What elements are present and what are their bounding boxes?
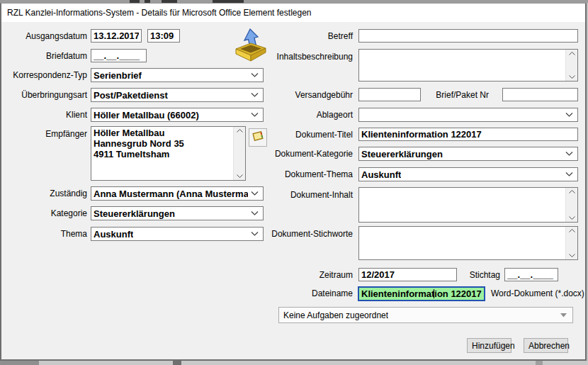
scroll-up-icon[interactable]	[566, 190, 577, 193]
dokument-stichworte-textarea[interactable]	[358, 226, 578, 260]
ausgangsdatum-date-input[interactable]	[91, 29, 142, 43]
stichtag-label: Stichtag	[438, 270, 500, 280]
dokument-thema-value: Auskunft	[361, 169, 401, 180]
chevron-down-icon	[251, 113, 259, 117]
kategorie-value: Steuererklärungen	[94, 208, 175, 219]
chevron-down-icon	[251, 93, 259, 97]
scroll-up-icon[interactable]	[566, 229, 577, 232]
dokument-kategorie-label: Dokument-Kategorie	[268, 149, 353, 159]
dokument-kategorie-value: Steuererklärungen	[361, 149, 443, 159]
scroll-up-icon[interactable]	[234, 129, 245, 133]
kategorie-label: Kategorie	[6, 208, 87, 218]
dokument-inhalt-textarea[interactable]	[358, 187, 578, 223]
dokument-inhalt-value	[361, 189, 564, 221]
korrespondenz-typ-label: Korrespondenz-Typ	[6, 70, 87, 80]
dokument-stichworte-label: Dokument-Stichworte	[268, 229, 353, 239]
ausgangsdatum-label: Ausgangsdatum	[6, 31, 87, 41]
address-book-button[interactable]	[249, 128, 267, 147]
empfaenger-textarea[interactable]: Höller Metallbau Hannesgrub Nord 35 4911…	[91, 126, 246, 181]
versandgebuehr-label: Versandgebühr	[268, 90, 353, 100]
outbox-send-icon	[232, 27, 269, 64]
chevron-down-icon	[251, 211, 259, 215]
ablageort-label: Ablageort	[268, 110, 353, 120]
inhaltsbeschreibung-label: Inhaltsbeschreibung	[268, 52, 353, 62]
klient-value: Höller Metallbau (66002)	[94, 110, 199, 120]
background-artifact	[0, 361, 39, 365]
scroll-down-icon[interactable]	[234, 174, 245, 178]
dateiname-input[interactable]	[358, 286, 485, 301]
kategorie-select[interactable]: Steuererklärungen	[91, 206, 264, 220]
brief-paket-nr-input[interactable]	[502, 88, 578, 101]
scroll-down-icon[interactable]	[566, 254, 577, 257]
dateiname-label: Dateiname	[268, 288, 353, 298]
inhaltsbeschreibung-value	[361, 50, 564, 80]
chevron-down-icon	[251, 191, 259, 196]
ueberbringungsart-label: Überbringungsart	[6, 90, 87, 100]
chevron-down-icon	[565, 113, 573, 117]
stichtag-input[interactable]	[504, 268, 558, 281]
dokument-thema-select[interactable]: Auskunft	[358, 167, 578, 181]
scroll-down-icon[interactable]	[566, 75, 577, 79]
zustaendig-value: Anna Mustermann (Anna Mustermann	[94, 189, 248, 199]
empfaenger-value: Höller Metallbau Hannesgrub Nord 35 4911…	[94, 128, 232, 179]
scroll-down-icon[interactable]	[566, 216, 577, 220]
betreff-input[interactable]	[358, 29, 578, 43]
aufgaben-value: Keine Aufgaben zugeordnet	[283, 310, 388, 320]
dokument-stichworte-value	[361, 228, 564, 259]
dateiname-filetype-label: Word-Dokument (*.docx)	[491, 288, 584, 298]
scrollbar[interactable]	[565, 188, 577, 222]
dokument-thema-label: Dokument-Thema	[268, 169, 353, 179]
scrollbar[interactable]	[233, 127, 245, 180]
background-window-edge-bottom	[0, 361, 588, 365]
dokument-titel-input[interactable]	[358, 128, 578, 141]
zustaendig-label: Zuständig	[6, 189, 87, 198]
scroll-up-icon[interactable]	[566, 52, 577, 55]
title-bar: RZL Kanzlei-Informations-System - Detail…	[1, 4, 585, 22]
betreff-label: Betreff	[268, 31, 353, 41]
klient-select[interactable]: Höller Metallbau (66002)	[91, 108, 264, 122]
dialog-window: RZL Kanzlei-Informations-System - Detail…	[0, 3, 587, 361]
dokument-inhalt-label: Dokument-Inhalt	[268, 190, 353, 200]
dropdown-arrow-icon	[560, 313, 567, 318]
thema-value: Auskunft	[94, 229, 133, 240]
ausgangsdatum-time-input[interactable]	[147, 29, 180, 43]
abbrechen-button[interactable]: Abbrechen	[524, 338, 568, 353]
ueberbringungsart-select[interactable]: Post/Paketdienst	[91, 88, 264, 102]
chevron-down-icon	[565, 172, 573, 176]
inhaltsbeschreibung-textarea[interactable]	[358, 49, 578, 82]
briefdatum-label: Briefdatum	[6, 51, 87, 61]
empfaenger-label: Empfänger	[6, 129, 87, 139]
korrespondenz-typ-select[interactable]: Serienbrief	[91, 68, 264, 82]
korrespondenz-typ-value: Serienbrief	[94, 70, 142, 81]
zustaendig-select[interactable]: Anna Mustermann (Anna Mustermann	[91, 186, 264, 201]
ablageort-select[interactable]	[358, 108, 578, 122]
background-artifact	[536, 361, 543, 365]
scrollbar[interactable]	[565, 227, 577, 259]
scrollbar[interactable]	[565, 50, 577, 81]
thema-label: Thema	[6, 229, 87, 239]
background-artifact	[173, 361, 181, 365]
chevron-down-icon	[251, 232, 259, 236]
klient-label: Klient	[6, 110, 87, 120]
thema-select[interactable]: Auskunft	[91, 227, 264, 241]
chevron-down-icon	[251, 73, 259, 77]
text-caret	[434, 289, 434, 298]
ueberbringungsart-value: Post/Paketdienst	[94, 90, 168, 101]
hinzufuegen-button[interactable]: Hinzufügen	[467, 338, 511, 353]
chevron-down-icon	[565, 152, 573, 156]
window-title: RZL Kanzlei-Informations-System - Detail…	[7, 4, 312, 22]
aufgaben-select[interactable]: Keine Aufgaben zugeordnet	[278, 307, 573, 323]
zeitraum-label: Zeitraum	[268, 270, 353, 280]
briefdatum-input[interactable]	[91, 49, 147, 62]
address-book-icon	[251, 130, 265, 145]
dokument-titel-label: Dokument-Titel	[268, 130, 353, 140]
dokument-kategorie-select[interactable]: Steuererklärungen	[358, 147, 578, 161]
brief-paket-nr-label: Brief/Paket Nr	[397, 90, 489, 100]
